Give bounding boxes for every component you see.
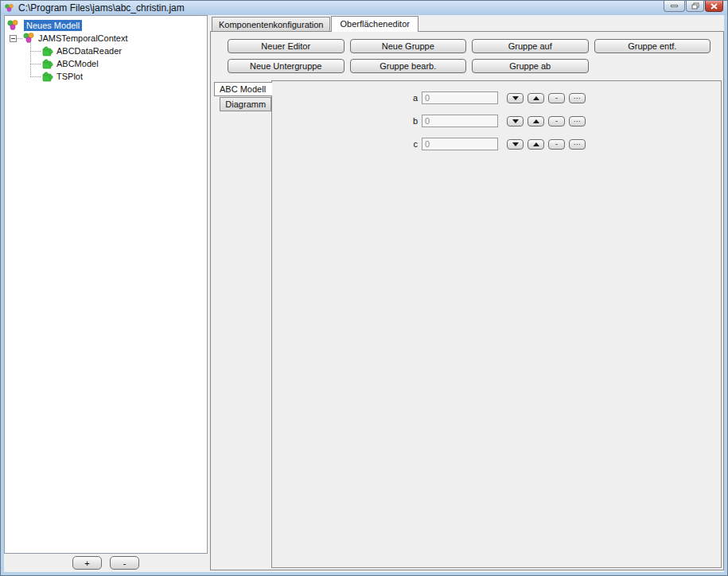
editor-panel: Komponentenkonfiguration Oberflächenedit… — [210, 15, 724, 572]
gruppe-ab-button[interactable]: Gruppe ab — [472, 59, 589, 73]
neuer-editor-button[interactable]: Neuer Editor — [228, 39, 345, 53]
close-icon — [710, 0, 718, 12]
tree-item-tsplot[interactable]: TSPlot — [30, 70, 205, 83]
puzzle-icon — [41, 57, 53, 70]
edit-field-button[interactable]: ... — [569, 116, 586, 126]
tree-item-label: ABCModel — [56, 59, 99, 68]
parameter-a-input[interactable] — [422, 91, 498, 104]
tree-item-label: Neues Modell — [24, 20, 82, 31]
restore-icon — [691, 0, 699, 12]
add-component-button[interactable]: + — [72, 556, 102, 570]
parameter-row-buttons: - ... — [507, 93, 586, 103]
puzzle-icon — [41, 45, 53, 57]
neue-untergruppe-button[interactable]: Neue Untergruppe — [228, 59, 345, 73]
remove-component-button[interactable]: - — [110, 556, 139, 570]
arrow-up-icon — [533, 96, 539, 100]
tree-connector-line — [30, 51, 41, 52]
oberflaecheneditor-content: Neuer Editor Neue Gruppe Gruppe auf Grup… — [210, 31, 724, 570]
gruppe-entf-button[interactable]: Gruppe entf. — [594, 39, 711, 53]
edit-field-button[interactable]: ... — [569, 139, 586, 150]
tree-item-neues-modell[interactable]: Neues Modell — [6, 19, 205, 32]
group-button-grid: Neuer Editor Neue Gruppe Gruppe auf Grup… — [228, 39, 710, 73]
puzzle-icon — [41, 70, 53, 83]
tree-item-label: TSPlot — [56, 72, 83, 81]
move-up-button[interactable] — [528, 139, 544, 150]
ellipsis-icon: ... — [574, 139, 581, 146]
remove-field-button[interactable]: - — [548, 139, 565, 150]
parameter-row-b: b - ... — [410, 115, 721, 127]
parameter-label: a — [410, 93, 418, 103]
parameter-label: b — [410, 116, 418, 126]
tree-item-abcmodel[interactable]: ABCModel — [30, 57, 205, 70]
abc-modell-form: a - ... b — [271, 80, 722, 568]
tab-diagramm[interactable]: Diagramm — [220, 97, 271, 111]
tree-item-label: JAMSTemporalContext — [38, 33, 128, 43]
minimize-icon — [671, 5, 678, 7]
editor-tabbar: Komponentenkonfiguration Oberflächenedit… — [210, 15, 724, 31]
arrow-down-icon — [512, 96, 519, 100]
restore-button[interactable] — [686, 1, 704, 12]
move-down-button[interactable] — [507, 93, 524, 103]
move-up-button[interactable] — [528, 93, 544, 103]
window-title: C:\Program Files\jams\abc_christin.jam — [18, 2, 185, 14]
parameter-b-input[interactable] — [422, 115, 498, 127]
app-window: C:\Program Files\jams\abc_christin.jam — [0, 0, 728, 576]
tree-toolbar: + - — [4, 554, 208, 572]
arrow-down-icon — [512, 142, 519, 146]
arrow-up-icon — [533, 142, 539, 146]
model-tree: Neues Modell JAMSTemporalC — [4, 15, 208, 554]
move-down-button[interactable] — [507, 116, 524, 126]
close-button[interactable] — [705, 1, 723, 12]
tree-connector-line — [17, 38, 22, 39]
tree-collapse-toggle[interactable] — [10, 35, 17, 42]
tree-connector-line — [30, 64, 41, 64]
arrow-up-icon — [533, 119, 539, 123]
parameter-c-input[interactable] — [422, 138, 498, 150]
app-balloons-icon — [4, 2, 15, 14]
parameter-row-c: c - ... — [410, 138, 721, 150]
gruppe-auf-button[interactable]: Gruppe auf — [472, 39, 589, 53]
remove-field-button[interactable]: - — [548, 116, 565, 126]
parameter-label: c — [410, 139, 418, 149]
ellipsis-icon: ... — [574, 116, 581, 123]
tree-item-abcdatareader[interactable]: ABCDataReader — [30, 45, 205, 57]
group-side-tabs: ABC Modell Diagramm — [214, 80, 271, 568]
tree-children-group: ABCDataReader — [30, 45, 205, 83]
main-area: Neues Modell JAMSTemporalC — [4, 15, 724, 572]
grid-spacer — [594, 59, 711, 73]
remove-field-button[interactable]: - — [548, 93, 565, 103]
model-tree-panel: Neues Modell JAMSTemporalC — [4, 15, 208, 572]
arrow-down-icon — [512, 119, 519, 123]
gruppe-bearb-button[interactable]: Gruppe bearb. — [350, 59, 467, 73]
balloons-icon — [22, 32, 35, 45]
group-tab-pane: ABC Modell Diagramm a - ... — [214, 80, 722, 568]
parameter-row-buttons: - ... — [507, 139, 586, 150]
move-down-button[interactable] — [507, 139, 524, 150]
window-controls — [664, 1, 723, 12]
neue-gruppe-button[interactable]: Neue Gruppe — [350, 39, 467, 53]
edit-field-button[interactable]: ... — [569, 93, 586, 103]
parameter-row-buttons: - ... — [507, 116, 586, 126]
tab-abc-modell[interactable]: ABC Modell — [214, 82, 272, 96]
tab-oberflaecheneditor[interactable]: Oberflächeneditor — [331, 16, 418, 32]
titlebar: C:\Program Files\jams\abc_christin.jam — [1, 1, 727, 15]
parameter-row-a: a - ... — [410, 91, 721, 104]
tab-komponentenkonfiguration[interactable]: Komponentenkonfiguration — [212, 17, 330, 31]
tree-item-label: ABCDataReader — [56, 46, 122, 56]
move-up-button[interactable] — [528, 116, 544, 126]
minimize-button[interactable] — [664, 1, 685, 12]
tree-item-jamstemporalcontext[interactable]: JAMSTemporalContext — [10, 32, 205, 45]
balloons-icon — [6, 19, 19, 32]
tree-connector-line — [30, 76, 41, 77]
ellipsis-icon: ... — [574, 93, 581, 100]
